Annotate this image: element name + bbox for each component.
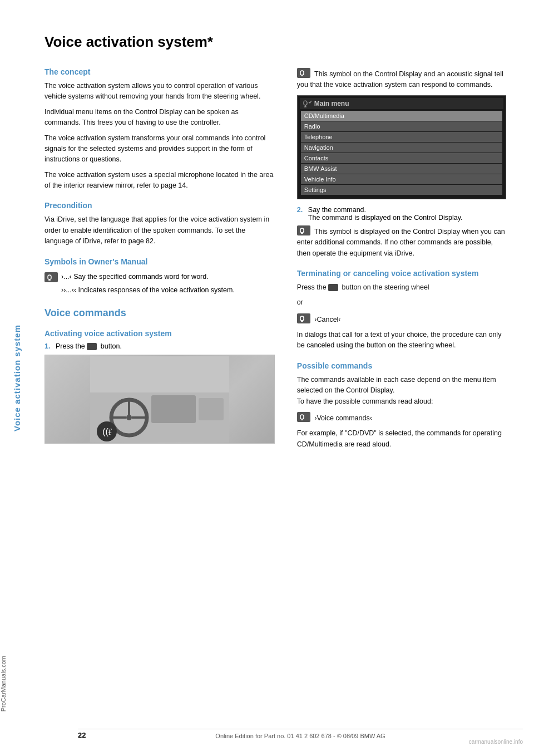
- terminating-text-1: Press the button on the steering wheel: [297, 282, 506, 293]
- terminating-button-icon: [328, 284, 338, 291]
- page-footer: Online Edition for Part no. 01 41 2 602 …: [78, 729, 523, 739]
- terminating-note: In dialogs that call for a text of your …: [297, 330, 506, 351]
- cd-item-5: BMW Assist: [301, 164, 502, 174]
- cd-item-2: Telephone: [301, 132, 502, 142]
- main-content: Voice activation system* The concept The…: [33, 0, 534, 756]
- terminating-cancel: ›Cancel‹: [297, 313, 506, 325]
- possible-commands-text2: For example, if "CD/DVD" is selected, th…: [297, 428, 506, 450]
- concept-para-1: The voice activation system allows you t…: [44, 81, 275, 102]
- cd-header-icon: [303, 100, 312, 107]
- cd-menu-list: CD/Multimedia Radio Telephone Navigation…: [300, 109, 503, 197]
- terminating-or: or: [297, 297, 506, 308]
- step-1-number: 1.: [44, 342, 52, 350]
- step-1-text: Press the button.: [56, 342, 122, 350]
- left-column: The concept The voice activation system …: [44, 67, 275, 454]
- svg-rect-11: [199, 398, 224, 420]
- precondition-text: Via iDrive, set the language that applie…: [44, 214, 275, 247]
- cancel-symbol-icon: [297, 313, 310, 323]
- step-2-note: This symbol is displayed on the Control …: [297, 225, 506, 259]
- car-interior-svg: ((ᵮ: [90, 356, 229, 443]
- step2-symbol-icon: [297, 225, 310, 235]
- symbol-intro-text: This symbol on the Control Display and a…: [297, 67, 506, 91]
- possible-commands-heading: Possible commands: [297, 361, 506, 370]
- svg-rect-20: [300, 228, 304, 233]
- step-1: 1. Press the button.: [44, 342, 275, 350]
- sidebar-chapter-title: Voice activation system: [12, 325, 22, 431]
- step-2: 2. Say the command.The command is displa…: [297, 206, 506, 222]
- watermark: carmanualsonline.info: [469, 739, 523, 745]
- svg-rect-17: [304, 101, 307, 105]
- two-column-layout: The concept The voice activation system …: [44, 67, 506, 454]
- activating-heading: Activating voice activation system: [44, 329, 275, 338]
- page-wrapper: Voice activation system ProCarManuals.co…: [0, 0, 534, 756]
- possible-commands-text1: The commands available in each case depe…: [297, 375, 506, 407]
- symbol-row-2: ››...‹‹ Indicates responses of the voice…: [44, 285, 275, 296]
- svg-rect-4: [90, 356, 229, 392]
- svg-rect-14: [300, 71, 304, 75]
- symbol-text-2: ››...‹‹ Indicates responses of the voice…: [61, 285, 235, 296]
- concept-para-4: The voice activation system uses a speci…: [44, 170, 275, 192]
- symbol-row-1: ›...‹ Say the specified commands word fo…: [44, 272, 275, 282]
- svg-rect-23: [300, 316, 304, 321]
- voice-symbol-icon-1: [44, 272, 58, 282]
- right-voice-symbol-icon: [297, 68, 310, 78]
- precondition-heading: Precondition: [44, 201, 275, 210]
- svg-rect-26: [300, 415, 304, 419]
- voice-commands-heading: Voice commands: [44, 307, 275, 319]
- symbols-heading: Symbols in Owner's Manual: [44, 257, 275, 266]
- svg-text:((ᵮ: ((ᵮ: [102, 427, 112, 436]
- cd-header-label: Main menu: [314, 100, 349, 107]
- svg-point-6: [126, 415, 132, 420]
- press-button-icon: [87, 343, 97, 350]
- control-display-image: Main menu CD/Multimedia Radio Telephone …: [297, 95, 506, 199]
- step-2-text: Say the command.The command is displayed…: [308, 206, 463, 222]
- symbol-text-1: ›...‹ Say the specified commands word fo…: [61, 272, 209, 282]
- sidebar-brand: ProCarManuals.com: [0, 656, 33, 711]
- cd-item-6: Vehicle Info: [301, 174, 502, 184]
- page-title: Voice activation system*: [44, 33, 506, 51]
- svg-rect-0: [48, 275, 51, 279]
- car-image-bg: ((ᵮ: [45, 355, 274, 443]
- concept-heading: The concept: [44, 67, 275, 76]
- terminating-heading: Terminating or canceling voice activatio…: [297, 269, 506, 278]
- possible-commands-voice: ›Voice commands‹: [297, 411, 506, 424]
- symbols-block: ›...‹ Say the specified commands word fo…: [44, 272, 275, 296]
- cd-item-3: Navigation: [301, 143, 502, 153]
- cd-item-7: Settings: [301, 185, 502, 195]
- cd-item-4: Contacts: [301, 153, 502, 163]
- sidebar: Voice activation system ProCarManuals.co…: [0, 0, 33, 756]
- concept-para-2: Individual menu items on the Control Dis…: [44, 107, 275, 129]
- svg-rect-10: [151, 395, 196, 423]
- concept-para-3: The voice activation system transforms y…: [44, 133, 275, 165]
- right-column: This symbol on the Control Display and a…: [297, 67, 506, 454]
- voice-cmd-symbol-icon: [297, 412, 310, 422]
- car-interior-image: ((ᵮ: [44, 355, 275, 444]
- cd-header: Main menu: [300, 98, 503, 109]
- cd-item-1: Radio: [301, 121, 502, 131]
- cd-item-0: CD/Multimedia: [301, 111, 502, 121]
- step-2-number: 2.: [297, 206, 305, 214]
